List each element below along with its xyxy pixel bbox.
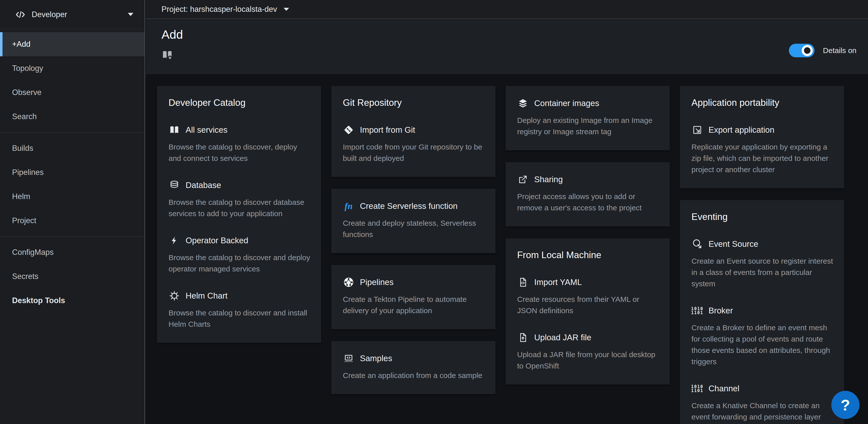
book-icon [168, 124, 180, 136]
item-title-row: fnCreate Serverless function [343, 200, 485, 212]
help-button[interactable]: ? [831, 391, 860, 419]
item-title-row: 10101101Broker [691, 305, 833, 316]
item-label: Database [186, 180, 221, 190]
samples-icon [343, 352, 354, 364]
channel-icon: 10101101 [691, 383, 703, 394]
item-label: Event Source [709, 239, 758, 249]
item-title-row: Event Source [691, 238, 833, 250]
add-item-sharing[interactable]: SharingProject access allows you to add … [517, 174, 659, 214]
add-card: SharingProject access allows you to add … [505, 162, 670, 226]
item-title-row: Import YAML [517, 277, 659, 288]
add-item-operator-backed[interactable]: Operator BackedBrowse the catalog to dis… [168, 235, 310, 275]
card-title: Git Repository [343, 97, 485, 108]
sidebar-item-topology[interactable]: Topology [0, 56, 145, 80]
item-description: Create and deploy stateless, Serverless … [343, 218, 485, 240]
card-column: Developer CatalogAll servicesBrowse the … [157, 86, 321, 343]
add-item-import-yaml[interactable]: Import YAMLCreate resources from their Y… [517, 277, 659, 316]
item-description: Browse the catalog to discover and insta… [168, 307, 310, 330]
item-description: Deploy an existing Image from an Image r… [517, 115, 659, 137]
details-toggle[interactable] [789, 44, 814, 57]
card-columns: Developer CatalogAll servicesBrowse the … [157, 86, 857, 424]
pipelines-icon [343, 277, 354, 288]
add-item-all-services[interactable]: All servicesBrowse the catalog to discov… [168, 124, 310, 164]
item-description: Replicate your application by exporting … [691, 141, 833, 175]
helm-icon [168, 290, 180, 302]
perspective-label: Developer [32, 10, 128, 19]
item-description: Create an application from a code sample [343, 370, 485, 381]
app-root: Developer +AddTopologyObserveSearchBuild… [0, 0, 868, 424]
item-description: Create resources from their YAML or JSON… [517, 293, 659, 316]
item-label: Sharing [534, 175, 563, 184]
add-card: SamplesCreate an application from a code… [331, 341, 496, 394]
item-label: Export application [709, 125, 774, 135]
sidebar-item-desktop-tools[interactable]: Desktop Tools [0, 288, 145, 313]
sidebar-item-add[interactable]: +Add [0, 32, 145, 56]
add-item-upload-jar-file[interactable]: Upload JAR fileUpload a JAR file from yo… [517, 332, 659, 371]
item-description: Create a Broker to define an event mesh … [691, 322, 833, 367]
add-card-developer-catalog: Developer CatalogAll servicesBrowse the … [157, 86, 321, 343]
item-title-row: Import from Git [343, 124, 485, 136]
file-upload-icon [517, 332, 529, 343]
sidebar: Developer +AddTopologyObserveSearchBuild… [0, 0, 145, 424]
item-title-row: Operator Backed [168, 235, 310, 246]
item-description: Browse the catalog to discover, deploy a… [168, 141, 310, 164]
item-label: Upload JAR file [534, 333, 591, 342]
item-description: Import code from your Git repository to … [343, 141, 485, 164]
item-description: Create a Knative Channel to create an ev… [691, 400, 833, 424]
add-card-eventing: EventingEvent SourceCreate an Event sour… [680, 200, 844, 424]
event-source-icon [691, 238, 703, 250]
add-item-samples[interactable]: SamplesCreate an application from a code… [343, 352, 485, 381]
add-item-channel[interactable]: 10101101ChannelCreate a Knative Channel … [691, 383, 833, 424]
add-item-import-from-git[interactable]: Import from GitImport code from your Git… [343, 124, 485, 164]
project-selector[interactable]: Project: harshcasper-localsta-dev [146, 5, 289, 14]
add-item-database[interactable]: DatabaseBrowse the catalog to discover d… [168, 179, 310, 219]
item-title-row: Export application [691, 124, 833, 136]
sidebar-item-pipelines[interactable]: Pipelines [0, 160, 145, 185]
item-title-row: Samples [343, 352, 485, 364]
item-label: Operator Backed [186, 236, 248, 245]
book-plus-icon[interactable] [161, 49, 173, 61]
item-description: Browse the catalog to discover database … [168, 197, 310, 219]
sidebar-item-configmaps[interactable]: ConfigMaps [0, 240, 145, 264]
masthead: Project: harshcasper-localsta-dev [146, 0, 868, 19]
item-label: All services [186, 125, 227, 135]
sidebar-item-helm[interactable]: Helm [0, 185, 145, 208]
item-label: Create Serverless function [360, 201, 458, 211]
add-item-pipelines[interactable]: PipelinesCreate a Tekton Pipeline to aut… [343, 277, 485, 316]
item-label: Samples [360, 354, 392, 363]
share-icon [517, 174, 529, 185]
item-title-row: Upload JAR file [517, 332, 659, 343]
item-title-row: Container images [517, 97, 659, 109]
add-item-helm-chart[interactable]: Helm ChartBrowse the catalog to discover… [168, 290, 310, 330]
card-column: Git RepositoryImport from GitImport code… [331, 86, 496, 394]
add-card: PipelinesCreate a Tekton Pipeline to aut… [331, 265, 496, 329]
item-title-row: 10101101Channel [691, 383, 833, 394]
item-label: Pipelines [360, 278, 394, 287]
add-card: Container imagesDeploy an existing Image… [505, 86, 670, 150]
sidebar-item-search[interactable]: Search [0, 105, 145, 129]
card-column: Container imagesDeploy an existing Image… [505, 86, 670, 385]
item-description: Browse the catalog to discover and deplo… [168, 252, 310, 275]
add-item-event-source[interactable]: Event SourceCreate an Event source to re… [691, 238, 833, 289]
sidebar-item-observe[interactable]: Observe [0, 80, 145, 105]
sidebar-item-secrets[interactable]: Secrets [0, 264, 145, 288]
details-toggle-label: Details on [823, 46, 857, 55]
sidebar-item-builds[interactable]: Builds [0, 136, 145, 160]
item-label: Broker [709, 306, 733, 315]
add-item-container-images[interactable]: Container imagesDeploy an existing Image… [517, 97, 659, 137]
item-label: Import YAML [534, 278, 582, 287]
item-description: Project access allows you to add or remo… [517, 191, 659, 214]
card-title: Developer Catalog [168, 97, 310, 108]
add-card-from-local-machine: From Local MachineImport YAMLCreate reso… [505, 238, 670, 385]
bolt-icon [168, 235, 180, 246]
page-header: Add Details on [146, 20, 868, 74]
item-label: Import from Git [360, 125, 415, 135]
card-title: Application portability [691, 97, 833, 108]
item-title-row: All services [168, 124, 310, 136]
add-item-broker[interactable]: 10101101BrokerCreate a Broker to define … [691, 305, 833, 367]
sidebar-item-project[interactable]: Project [0, 208, 145, 233]
perspective-switcher[interactable]: Developer [0, 0, 145, 29]
add-page-content: Developer CatalogAll servicesBrowse the … [146, 74, 868, 424]
add-item-create-serverless-function[interactable]: fnCreate Serverless functionCreate and d… [343, 200, 485, 240]
add-item-export-application[interactable]: Export applicationReplicate your applica… [691, 124, 833, 175]
